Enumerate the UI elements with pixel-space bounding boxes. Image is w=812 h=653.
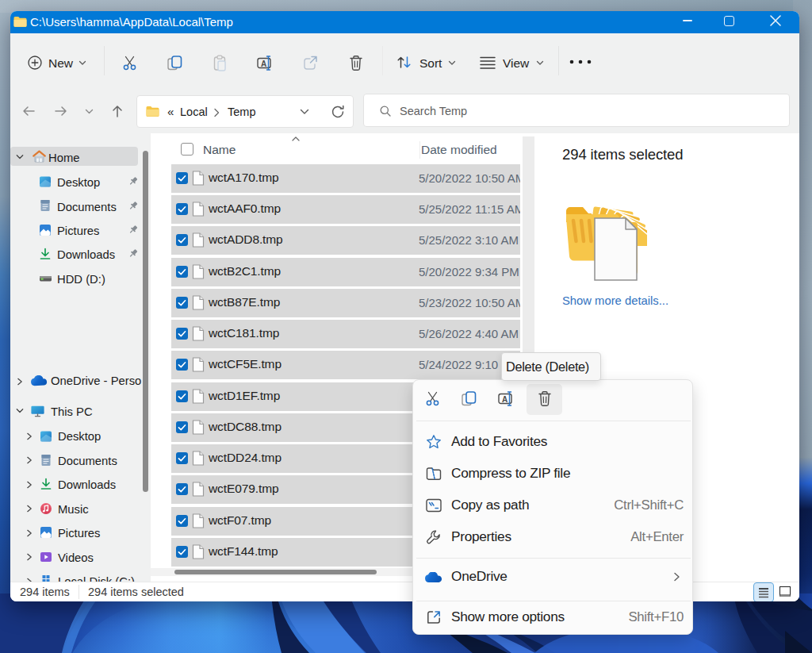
svg-text:A: A [502, 395, 508, 404]
svg-text:A: A [261, 60, 266, 68]
